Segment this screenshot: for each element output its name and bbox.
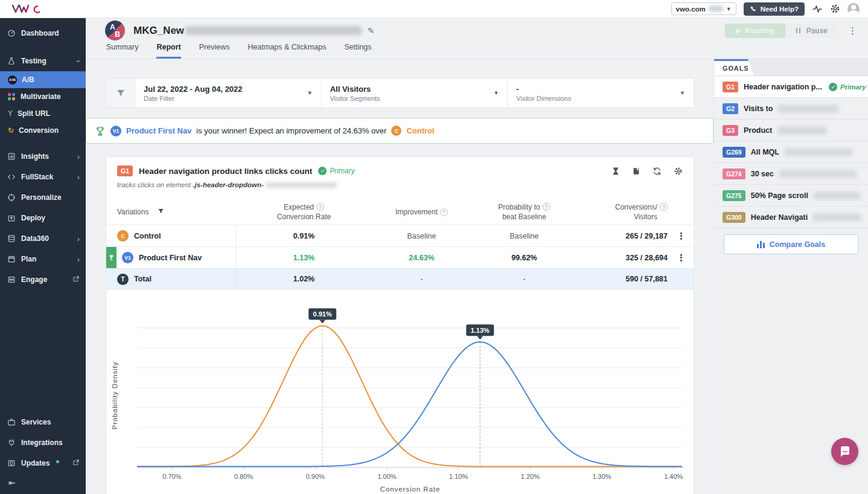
phone-icon [750, 5, 757, 13]
sidebar-item-insights[interactable]: Insights › [0, 146, 86, 167]
sidebar-item-deploy[interactable]: Deploy [0, 208, 86, 228]
database-icon [7, 234, 16, 243]
experiment-title: MKG_New [133, 25, 184, 37]
report-content: Jul 22, 2022 - Aug 04, 2022 Date Filter … [86, 59, 714, 494]
tab-heatmaps[interactable]: Heatmaps & Clickmaps [247, 43, 326, 59]
deploy-icon [7, 214, 16, 222]
sidebar-item-personalize[interactable]: Personalize [0, 187, 86, 208]
refresh-icon[interactable] [653, 167, 662, 176]
help-icon[interactable]: ? [543, 203, 550, 211]
goal-badge: G274 [723, 168, 745, 179]
goal-label: Header navigation p... [744, 83, 822, 91]
goal-list-item-g3[interactable]: G3 Product [714, 120, 868, 141]
pause-button[interactable]: Pause [785, 24, 838, 38]
variation-conversions: 325 / 28,694 [577, 254, 668, 262]
sidebar-item-data360[interactable]: Data360 › [0, 228, 86, 249]
sidebar-item-integrations[interactable]: Integrations [0, 432, 86, 453]
segment-value: All Visitors [330, 85, 380, 94]
sidebar-item-updates[interactable]: Updates [0, 453, 86, 473]
goal-label: 50% Page scroll [751, 191, 808, 200]
variation-improvement: 24.63% [372, 254, 471, 262]
sidebar-item-multivariate[interactable]: Multivariate [0, 88, 86, 105]
check-icon: ✓ [318, 167, 327, 175]
total-conversions: 590 / 57,881 [577, 275, 668, 283]
split-url-icon: Y [8, 109, 13, 118]
report-notebook-icon[interactable] [632, 167, 640, 176]
sidebar-item-label: Data360 [21, 234, 49, 243]
flask-icon [7, 57, 16, 65]
sidebar-item-ab[interactable]: A/B A/B [0, 71, 86, 88]
date-filter-dropdown[interactable]: Jul 22, 2022 - Aug 04, 2022 Date Filter … [135, 79, 321, 107]
primary-label: Primary [330, 167, 354, 175]
row-kebab-icon[interactable]: ⋮ [677, 252, 686, 263]
variation-name: Product First Nav [139, 254, 202, 262]
goal-list-item-g275[interactable]: G275 50% Page scroll [714, 185, 868, 207]
variation-probability: 99.62% [471, 254, 577, 262]
goal-label: Product [744, 126, 772, 135]
goal-list-item-g2[interactable]: G2 Visits to [714, 98, 868, 120]
tab-previews[interactable]: Previews [199, 43, 230, 59]
goal-list-item-g274[interactable]: G274 30 sec [714, 163, 868, 185]
goal-settings-gear-icon[interactable] [674, 167, 683, 176]
goal-list-item-g1[interactable]: G1 Header navigation p... ✓ Primary ? [714, 76, 868, 98]
variation-cr: 1.13% [236, 254, 372, 262]
dashboard-gauge-icon [7, 29, 16, 37]
sidebar-item-engage[interactable]: Engage [0, 269, 86, 290]
sidebar-item-label: Integrations [21, 438, 63, 447]
activity-pulse-icon[interactable] [812, 4, 823, 14]
sidebar-item-dashboard[interactable]: Dashboard [0, 23, 86, 43]
trophy-icon [95, 126, 106, 136]
tab-summary[interactable]: Summary [106, 43, 138, 59]
goal-list-item-g300[interactable]: G300 Header Navigati [714, 207, 868, 228]
goal-list-item-g269[interactable]: G269 All MQL [714, 141, 868, 163]
svg-text:1.40%: 1.40% [664, 473, 683, 480]
user-avatar[interactable] [847, 3, 860, 15]
sidebar-item-testing[interactable]: Testing › [0, 51, 86, 71]
sidebar-item-fullstack[interactable]: FullStack › [0, 167, 86, 187]
external-link-icon [72, 459, 80, 468]
main-sidebar: Dashboard Testing › A/B A/B Multivariate… [0, 18, 86, 494]
insights-icon [7, 152, 16, 161]
settings-gear-icon[interactable] [830, 4, 840, 14]
help-icon[interactable]: ? [440, 208, 448, 216]
distribution-chart: 0.70%0.80%0.90%1.00%1.10%1.20%1.30%1.40%… [109, 300, 691, 493]
vwo-logo[interactable] [11, 2, 42, 16]
chevron-down-icon: ▼ [726, 6, 732, 12]
sidebar-item-services[interactable]: Services [0, 412, 86, 432]
col-variations-label: Variations [117, 208, 148, 216]
more-options-kebab-icon[interactable]: ⋮ [848, 26, 857, 35]
sidebar-item-label: Conversion [19, 126, 59, 135]
visitor-dimensions-dropdown[interactable]: - Visitor Dimensions ▼ [507, 79, 694, 107]
table-row-control: C Control 0.91% Baseline Baseline 265 / … [106, 225, 694, 246]
control-name: Control [406, 126, 434, 135]
account-selector[interactable]: vwo.com ▼ [671, 2, 736, 15]
chat-widget-button[interactable] [831, 438, 858, 465]
external-link-icon [72, 275, 80, 284]
sidebar-item-conversion[interactable]: ↻ Conversion [0, 122, 86, 139]
sidebar-collapse-button[interactable]: ⇤ [0, 473, 86, 492]
help-icon[interactable]: ? [316, 203, 324, 211]
tab-settings[interactable]: Settings [344, 43, 371, 59]
hourglass-icon[interactable] [611, 167, 620, 176]
goals-tab[interactable]: GOALS [714, 59, 754, 75]
goals-panel-header: GOALS [714, 59, 868, 76]
sidebar-item-plan[interactable]: Plan › [0, 249, 86, 269]
compare-goals-button[interactable]: Compare Goals [724, 234, 858, 254]
edit-title-pencil-icon[interactable]: ✎ [368, 26, 375, 36]
row-kebab-icon[interactable]: ⋮ [677, 231, 686, 241]
primary-flag: ✓ Primary [829, 83, 866, 91]
need-help-button[interactable]: Need Help? [744, 2, 805, 16]
svg-text:0.90%: 0.90% [306, 473, 325, 480]
help-icon[interactable]: ? [660, 203, 668, 211]
tab-report[interactable]: Report [156, 43, 180, 59]
sidebar-item-label: Dashboard [21, 29, 59, 37]
variations-filter-icon[interactable] [158, 208, 164, 216]
dimension-label: Visitor Dimensions [516, 95, 571, 102]
control-improvement: Baseline [372, 232, 471, 240]
svg-text:1.13%: 1.13% [471, 327, 490, 334]
running-button[interactable]: ▶ Running [725, 24, 785, 38]
sidebar-item-split-url[interactable]: Y Split URL [0, 105, 86, 122]
control-badge: C [117, 230, 129, 242]
filter-funnel-icon[interactable] [106, 79, 135, 107]
visitor-segments-dropdown[interactable]: All Visitors Visitor Segments ▼ [321, 79, 508, 107]
